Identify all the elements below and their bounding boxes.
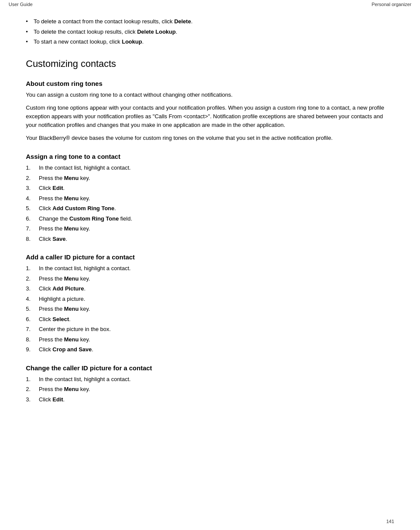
step-item: 8.Click Save.	[26, 235, 394, 243]
step-item: 7.Center the picture in the box.	[26, 325, 394, 334]
intro-bullet-list: To delete a contact from the contact loo…	[26, 17, 394, 46]
change-caller-id-steps: 1.In the contact list, highlight a conta…	[26, 375, 394, 404]
header-left: User Guide	[9, 2, 33, 7]
subsection-custom-ring-tones: About custom ring tones You can assign a…	[26, 80, 394, 143]
page-number: 141	[386, 519, 394, 524]
main-content: To delete a contact from the contact loo…	[0, 9, 420, 429]
step-item: 1.In the contact list, highlight a conta…	[26, 264, 394, 273]
subsection-add-caller-id: Add a caller ID picture for a contact 1.…	[26, 253, 394, 354]
subsection-title-assign-ring-tone: Assign a ring tone to a contact	[26, 153, 394, 160]
ring-tones-para-2: Custom ring tone options appear with you…	[26, 104, 394, 129]
section-title-customizing-contacts: Customizing contacts	[26, 58, 394, 69]
step-item: 9.Click Crop and Save.	[26, 345, 394, 354]
step-item: 5.Press the Menu key.	[26, 305, 394, 313]
assign-ring-tone-steps: 1.In the contact list, highlight a conta…	[26, 164, 394, 243]
step-item: 4.Press the Menu key.	[26, 194, 394, 203]
ring-tones-para-1: You can assign a custom ring tone to a c…	[26, 91, 394, 99]
step-item: 3.Click Edit.	[26, 395, 394, 404]
step-item: 1.In the contact list, highlight a conta…	[26, 164, 394, 172]
subsection-title-add-caller-id: Add a caller ID picture for a contact	[26, 253, 394, 261]
subsection-assign-ring-tone: Assign a ring tone to a contact 1.In the…	[26, 153, 394, 243]
subsection-title-ring-tones: About custom ring tones	[26, 80, 394, 87]
step-item: 6.Click Select.	[26, 315, 394, 324]
step-item: 8.Press the Menu key.	[26, 335, 394, 344]
subsection-title-change-caller-id: Change the caller ID picture for a conta…	[26, 364, 394, 372]
page-header: User Guide Personal organizer	[0, 0, 420, 9]
step-item: 6.Change the Custom Ring Tone field.	[26, 215, 394, 223]
step-item: 4.Highlight a picture.	[26, 295, 394, 303]
header-right: Personal organizer	[372, 2, 411, 7]
bullet-item-2: To delete the contact lookup results, cl…	[26, 28, 394, 36]
subsection-change-caller-id: Change the caller ID picture for a conta…	[26, 364, 394, 404]
add-caller-id-steps: 1.In the contact list, highlight a conta…	[26, 264, 394, 354]
bullet-item-3: To start a new contact lookup, click Loo…	[26, 38, 394, 46]
step-item: 1.In the contact list, highlight a conta…	[26, 375, 394, 384]
ring-tones-para-3: Your BlackBerry® device bases the volume…	[26, 134, 394, 142]
bullet-item-1: To delete a contact from the contact loo…	[26, 17, 394, 26]
step-item: 3.Click Edit.	[26, 184, 394, 192]
step-item: 2.Press the Menu key.	[26, 385, 394, 394]
step-item: 3.Click Add Picture.	[26, 284, 394, 293]
step-item: 2.Press the Menu key.	[26, 174, 394, 183]
step-item: 7.Press the Menu key.	[26, 224, 394, 233]
step-item: 2.Press the Menu key.	[26, 274, 394, 283]
step-item: 5.Click Add Custom Ring Tone.	[26, 204, 394, 213]
page-footer: 141	[386, 519, 394, 524]
